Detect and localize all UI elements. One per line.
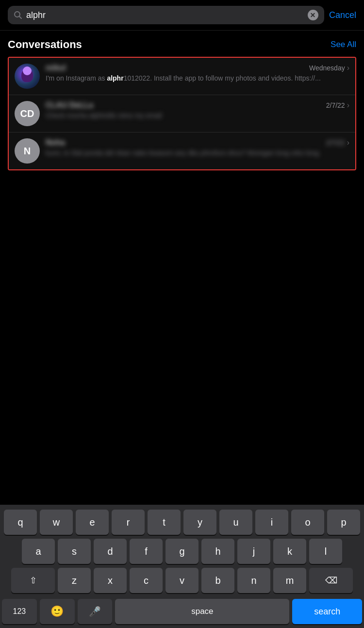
- key-u[interactable]: u: [219, 510, 252, 535]
- conv-top-row: Noha 2/7/22 ›: [46, 138, 349, 147]
- conv-top-row: CLAU DeLLa 2/7/22 ›: [46, 101, 349, 110]
- search-input[interactable]: [26, 10, 304, 20]
- conversations-header: Conversations See All: [8, 38, 356, 51]
- table-row[interactable]: mikul Wednesday › I'm on Instagram as al…: [9, 58, 355, 95]
- key-p[interactable]: p: [327, 510, 360, 535]
- avatar: N: [15, 138, 40, 164]
- key-a[interactable]: a: [22, 539, 55, 564]
- keyboard: q w e r t y u i o p a s d f g h j k l ⇧ …: [0, 505, 364, 628]
- key-i[interactable]: i: [255, 510, 288, 535]
- key-d[interactable]: d: [94, 539, 127, 564]
- emoji-key[interactable]: 🙂: [40, 599, 75, 624]
- delete-key[interactable]: ⌫: [309, 568, 353, 593]
- key-f[interactable]: f: [130, 539, 163, 564]
- highlight-text: alphr: [107, 74, 123, 82]
- search-icon: [14, 11, 22, 19]
- keyboard-row-2: a s d f g h j k l: [2, 539, 362, 564]
- key-o[interactable]: o: [291, 510, 324, 535]
- key-m[interactable]: m: [273, 568, 306, 593]
- chevron-right-icon: ›: [347, 138, 349, 147]
- key-h[interactable]: h: [201, 539, 234, 564]
- key-t[interactable]: t: [148, 510, 181, 535]
- chevron-right-icon: ›: [347, 101, 349, 110]
- avatar: CD: [15, 101, 40, 126]
- clear-button[interactable]: [308, 10, 318, 20]
- key-n[interactable]: n: [237, 568, 270, 593]
- key-r[interactable]: r: [112, 510, 145, 535]
- key-l[interactable]: l: [309, 539, 342, 564]
- key-c[interactable]: c: [130, 568, 163, 593]
- keyboard-row-3: ⇧ z x c v b n m ⌫: [2, 568, 362, 593]
- conv-preview: kumi, lo Slal ponda del nkan nako boasom…: [46, 149, 349, 158]
- conv-name: Noha: [46, 138, 322, 147]
- conv-name: CLAU DeLLa: [46, 101, 322, 110]
- key-z[interactable]: z: [58, 568, 91, 593]
- space-key[interactable]: space: [115, 599, 289, 624]
- key-s[interactable]: s: [58, 539, 91, 564]
- avatar-initials: N: [24, 146, 31, 157]
- conversations-section: Conversations See All mikul Wednesday › …: [0, 31, 364, 170]
- key-x[interactable]: x: [94, 568, 127, 593]
- key-k[interactable]: k: [273, 539, 306, 564]
- table-row[interactable]: CD CLAU DeLLa 2/7/22 › Check mocha alphr…: [9, 95, 355, 132]
- table-row[interactable]: N Noha 2/7/22 › kumi, lo Slal ponda del …: [9, 132, 355, 169]
- key-q[interactable]: q: [4, 510, 37, 535]
- shift-key[interactable]: ⇧: [11, 568, 55, 593]
- delete-icon: ⌫: [325, 575, 337, 586]
- conversations-title: Conversations: [8, 38, 82, 51]
- conv-date: 2/7/22: [326, 101, 345, 109]
- keyboard-rows: q w e r t y u i o p a s d f g h j k l ⇧ …: [0, 505, 364, 599]
- svg-line-1: [19, 17, 22, 19]
- conv-date: 2/7/22: [326, 139, 345, 147]
- key-g[interactable]: g: [165, 539, 199, 564]
- keyboard-row-1: q w e r t y u i o p: [2, 510, 362, 535]
- cancel-button[interactable]: Cancel: [329, 8, 356, 22]
- conv-date: Wednesday: [309, 64, 345, 72]
- key-w[interactable]: w: [40, 510, 73, 535]
- key-b[interactable]: b: [201, 568, 234, 593]
- number-key[interactable]: 123: [2, 599, 37, 624]
- conv-content: CLAU DeLLa 2/7/22 › Check mocha alphriol…: [46, 101, 349, 121]
- avatar: [15, 64, 40, 89]
- key-e[interactable]: e: [76, 510, 109, 535]
- key-j[interactable]: j: [237, 539, 270, 564]
- chevron-right-icon: ›: [347, 64, 349, 72]
- search-button[interactable]: search: [292, 599, 362, 624]
- keyboard-bottom-row: 123 🙂 🎤 space search: [0, 599, 364, 628]
- conv-preview: Check mocha alphriollo nimo my email: [46, 111, 349, 121]
- conv-content: mikul Wednesday › I'm on Instagram as al…: [46, 64, 349, 83]
- search-input-wrap: [8, 6, 324, 24]
- conv-name: mikul: [46, 64, 305, 72]
- conv-top-row: mikul Wednesday ›: [46, 64, 349, 72]
- conv-preview: I'm on Instagram as alphr1012022. Instal…: [46, 74, 349, 83]
- see-all-button[interactable]: See All: [331, 40, 356, 50]
- avatar-initials: CD: [20, 108, 34, 119]
- search-bar: Cancel: [0, 0, 364, 31]
- microphone-key[interactable]: 🎤: [78, 599, 113, 624]
- key-y[interactable]: y: [183, 510, 216, 535]
- conversations-list: mikul Wednesday › I'm on Instagram as al…: [8, 57, 356, 170]
- key-v[interactable]: v: [165, 568, 199, 593]
- conv-content: Noha 2/7/22 › kumi, lo Slal ponda del nk…: [46, 138, 349, 158]
